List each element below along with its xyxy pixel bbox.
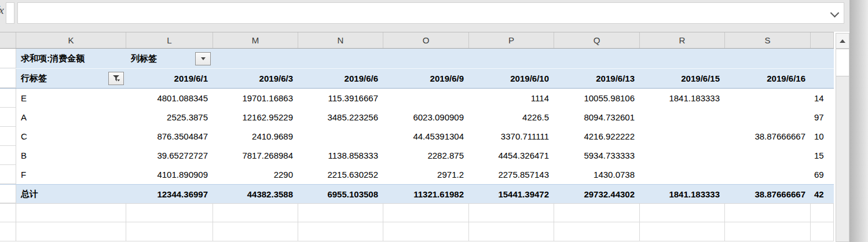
value-cell[interactable]	[640, 146, 725, 165]
value-cell[interactable]: 44.45391304	[383, 127, 469, 146]
empty-cell[interactable]	[126, 204, 213, 222]
empty-cell[interactable]	[811, 222, 834, 241]
value-cell[interactable]	[298, 127, 383, 146]
column-header-S[interactable]: S	[725, 32, 811, 48]
cell-sliver[interactable]	[0, 49, 16, 68]
pivot-header-cell[interactable]	[725, 49, 811, 68]
empty-cell[interactable]	[811, 204, 834, 222]
column-header-partial[interactable]	[811, 32, 834, 48]
row-labels-filter-button[interactable]	[108, 72, 124, 85]
value-cell[interactable]: 1114	[469, 89, 554, 108]
value-cell[interactable]: 12162.95229	[213, 108, 298, 127]
date-header-cell[interactable]: 2019/6/9	[383, 69, 469, 88]
value-cell[interactable]: 1138.858333	[298, 146, 383, 165]
cell-sliver[interactable]	[0, 69, 16, 88]
value-cell[interactable]	[640, 127, 725, 146]
value-cell[interactable]: 3485.223256	[298, 108, 383, 127]
total-value-cell[interactable]: 12344.36997	[126, 185, 213, 203]
value-cell[interactable]: 39.65272727	[126, 146, 213, 165]
cell-sliver[interactable]	[0, 222, 16, 241]
value-cell[interactable]: 2215.630252	[298, 165, 383, 184]
date-header-cell[interactable]: 2019/6/15	[640, 69, 725, 88]
value-cell[interactable]: 10055.98106	[554, 89, 640, 108]
scroll-up-button[interactable]	[836, 34, 849, 49]
empty-cell[interactable]	[554, 222, 640, 241]
pivot-header-cell[interactable]	[213, 49, 298, 68]
value-cell[interactable]: 4454.326471	[469, 146, 554, 165]
cell-sliver[interactable]	[0, 204, 16, 222]
value-cell[interactable]	[383, 89, 469, 108]
date-header-cell[interactable]	[811, 69, 834, 88]
value-cell-clipped[interactable]: 10	[811, 127, 834, 146]
pivot-header-cell[interactable]	[640, 49, 725, 68]
empty-cell[interactable]	[298, 204, 383, 222]
value-cell-clipped[interactable]: 15	[811, 146, 834, 165]
empty-cell[interactable]	[725, 222, 811, 241]
value-cell[interactable]: 4101.890909	[126, 165, 213, 184]
row-labels-cell[interactable]: 行标签	[16, 69, 126, 88]
date-header-cell[interactable]: 2019/6/13	[554, 69, 640, 88]
cell-sliver[interactable]	[0, 185, 16, 203]
pivot-title-cell[interactable]: 求和项:消费金额	[16, 49, 126, 68]
row-label-cell[interactable]: B	[16, 146, 126, 165]
date-header-cell[interactable]: 2019/6/1	[126, 69, 213, 88]
value-cell[interactable]: 115.3916667	[298, 89, 383, 108]
date-header-cell[interactable]: 2019/6/16	[725, 69, 811, 88]
pivot-header-cell[interactable]	[811, 49, 834, 68]
empty-cell[interactable]	[16, 204, 126, 222]
value-cell[interactable]	[640, 108, 725, 127]
value-cell[interactable]: 1430.0738	[554, 165, 640, 184]
scrollbar-thumb[interactable]	[836, 49, 849, 76]
row-label-cell[interactable]: F	[16, 165, 126, 184]
value-cell[interactable]: 38.87666667	[725, 127, 811, 146]
column-header-Q[interactable]: Q	[554, 32, 640, 48]
empty-cell[interactable]	[213, 204, 298, 222]
total-value-cell[interactable]: 1841.183333	[640, 185, 725, 203]
column-labels-dropdown-button[interactable]	[195, 52, 211, 65]
pivot-header-cell[interactable]	[298, 49, 383, 68]
value-cell[interactable]: 1841.183333	[640, 89, 725, 108]
empty-cell[interactable]	[298, 222, 383, 241]
row-label-cell[interactable]: A	[16, 108, 126, 127]
column-header-R[interactable]: R	[640, 32, 725, 48]
column-header-M[interactable]: M	[213, 32, 298, 48]
column-header-O[interactable]: O	[383, 32, 469, 48]
value-cell[interactable]: 19701.16863	[213, 89, 298, 108]
empty-cell[interactable]	[469, 222, 554, 241]
cell-sliver[interactable]	[0, 146, 16, 165]
vertical-scrollbar[interactable]	[836, 33, 849, 242]
pivot-header-cell[interactable]	[554, 49, 640, 68]
value-cell[interactable]: 3370.711111	[469, 127, 554, 146]
value-cell[interactable]: 7817.268984	[213, 146, 298, 165]
cell-sliver[interactable]	[0, 165, 16, 184]
value-cell[interactable]	[725, 165, 811, 184]
column-labels-cell[interactable]: 列标签	[126, 49, 213, 68]
empty-cell[interactable]	[213, 222, 298, 241]
cell-sliver[interactable]	[0, 127, 16, 146]
cell-sliver[interactable]	[0, 108, 16, 127]
empty-cell[interactable]	[725, 204, 811, 222]
column-header-P[interactable]: P	[469, 32, 554, 48]
empty-cell[interactable]	[16, 222, 126, 241]
value-cell[interactable]: 2282.875	[383, 146, 469, 165]
date-header-cell[interactable]: 2019/6/3	[213, 69, 298, 88]
total-value-cell[interactable]: 11321.61982	[383, 185, 469, 203]
chevron-down-icon[interactable]	[830, 9, 840, 18]
row-label-cell[interactable]: E	[16, 89, 126, 108]
empty-cell[interactable]	[383, 222, 469, 241]
value-cell[interactable]: 6023.090909	[383, 108, 469, 127]
date-header-cell[interactable]: 2019/6/10	[469, 69, 554, 88]
column-header-L[interactable]: L	[126, 32, 213, 48]
value-cell-clipped[interactable]: 14	[811, 89, 834, 108]
total-value-cell[interactable]: 44382.3588	[213, 185, 298, 203]
value-cell[interactable]: 5934.733333	[554, 146, 640, 165]
value-cell[interactable]: 2410.9689	[213, 127, 298, 146]
date-header-cell[interactable]: 2019/6/6	[298, 69, 383, 88]
value-cell[interactable]: 876.3504847	[126, 127, 213, 146]
value-cell[interactable]: 4226.5	[469, 108, 554, 127]
empty-cell[interactable]	[554, 204, 640, 222]
value-cell[interactable]	[725, 89, 811, 108]
value-cell[interactable]: 2290	[213, 165, 298, 184]
value-cell[interactable]: 4801.088345	[126, 89, 213, 108]
total-value-cell[interactable]: 6955.103508	[298, 185, 383, 203]
